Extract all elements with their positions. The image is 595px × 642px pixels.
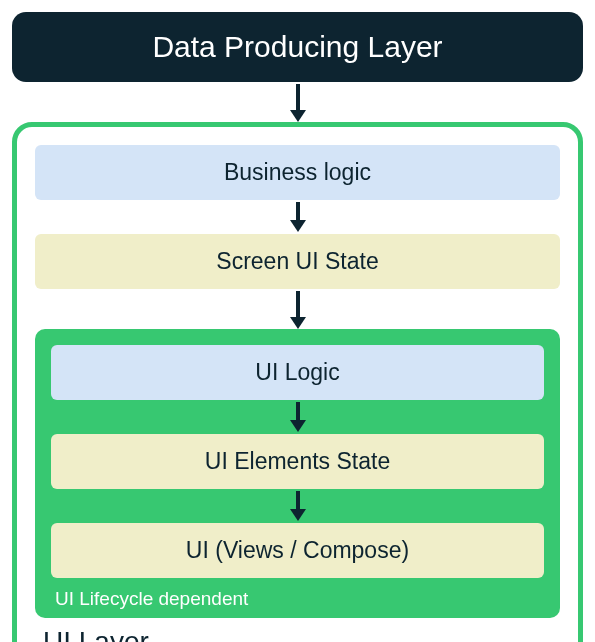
svg-marker-3 xyxy=(290,220,306,232)
ui-elements-state-box: UI Elements State xyxy=(51,434,544,489)
ui-views-compose-box: UI (Views / Compose) xyxy=(51,523,544,578)
ui-views-compose-label: UI (Views / Compose) xyxy=(186,537,409,563)
data-producing-layer-label: Data Producing Layer xyxy=(152,30,442,63)
arrow-down-icon xyxy=(51,491,544,521)
business-logic-label: Business logic xyxy=(224,159,371,185)
svg-marker-1 xyxy=(290,110,306,122)
ui-layer-container: Business logic Screen UI State UI Logic … xyxy=(12,122,583,642)
screen-ui-state-label: Screen UI State xyxy=(216,248,378,274)
arrow-down-icon xyxy=(35,291,560,329)
ui-logic-box: UI Logic xyxy=(51,345,544,400)
ui-lifecycle-container: UI Logic UI Elements State UI (Views / C… xyxy=(35,329,560,618)
ui-lifecycle-dependent-label: UI Lifecycle dependent xyxy=(55,588,544,610)
ui-logic-label: UI Logic xyxy=(255,359,339,385)
ui-elements-state-label: UI Elements State xyxy=(205,448,390,474)
ui-layer-label: UI Layer xyxy=(43,626,560,642)
arrow-down-icon xyxy=(51,402,544,432)
arrow-down-icon xyxy=(12,84,583,122)
arrow-down-icon xyxy=(35,202,560,232)
svg-marker-9 xyxy=(290,509,306,521)
svg-marker-5 xyxy=(290,317,306,329)
data-producing-layer-box: Data Producing Layer xyxy=(12,12,583,82)
svg-marker-7 xyxy=(290,420,306,432)
business-logic-box: Business logic xyxy=(35,145,560,200)
screen-ui-state-box: Screen UI State xyxy=(35,234,560,289)
